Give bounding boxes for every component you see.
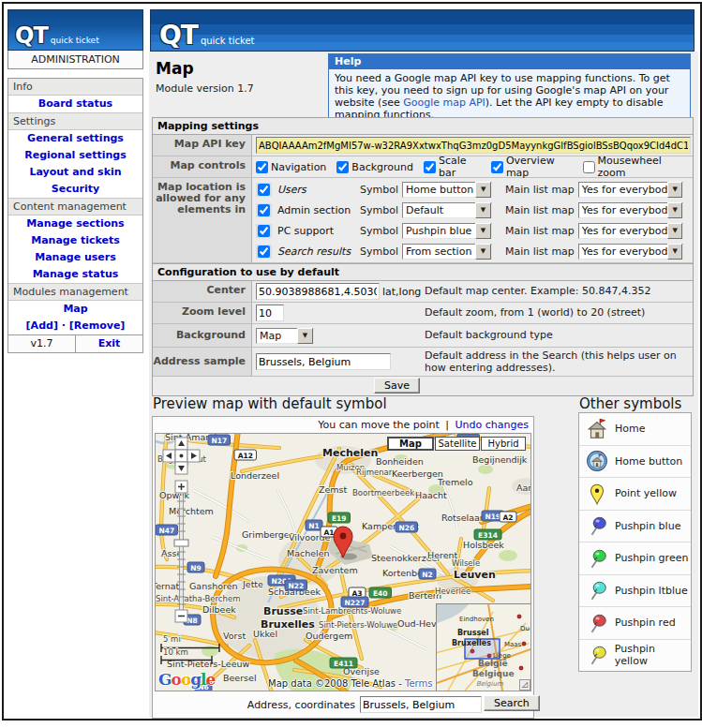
chevron-down-icon[interactable]: ▼ bbox=[475, 202, 491, 218]
api-key-input[interactable] bbox=[256, 137, 691, 154]
map-type-button-satellite[interactable]: Satellite bbox=[435, 437, 480, 451]
checkbox[interactable] bbox=[258, 245, 270, 258]
map-control-background[interactable]: Background bbox=[336, 161, 413, 173]
chevron-down-icon[interactable]: ▼ bbox=[667, 223, 682, 239]
selected-value: Yes for everybody bbox=[579, 204, 667, 216]
page-header: Map Module version 1.7 Help You need a G… bbox=[150, 52, 695, 115]
overview-label: Brussel bbox=[457, 629, 489, 637]
sidebar-item-layout-and-skin[interactable]: Layout and skin bbox=[8, 164, 142, 181]
sidebar-item-board-status[interactable]: Board status bbox=[8, 96, 142, 112]
map-place-label: Begijnendijk bbox=[472, 454, 528, 465]
map-control-overview-map[interactable]: Overview map bbox=[491, 155, 573, 179]
checkbox[interactable] bbox=[258, 204, 270, 216]
selected-value: Yes for everybody bbox=[579, 225, 667, 237]
symbol-row-pushpin-green[interactable]: Pushpin green bbox=[579, 542, 691, 575]
overview-map[interactable]: EindhovenDuBrusselBruxellesMaasLiègeBelg… bbox=[436, 603, 530, 691]
road-shield-e411: E411 bbox=[330, 658, 357, 668]
sidebar-item-security[interactable]: Security bbox=[8, 181, 142, 198]
location-row-pc-support: PC supportSymbolPushpin blue▼Main list m… bbox=[256, 220, 693, 241]
main-list-select-pc-support[interactable]: Yes for everybody▼ bbox=[578, 223, 683, 239]
sidebar-item-map[interactable]: Map bbox=[8, 301, 142, 318]
chevron-down-icon[interactable]: ▼ bbox=[475, 244, 491, 260]
chevron-down-icon[interactable]: ▼ bbox=[667, 202, 682, 218]
symbol-row-pushpin-red[interactable]: Pushpin red bbox=[579, 607, 691, 640]
symbol-row-home-button[interactable]: Home button bbox=[579, 446, 691, 479]
location-row-admin-section: Admin sectionSymbolDefault▼Main list map… bbox=[256, 200, 693, 220]
zoom-slider-handle[interactable] bbox=[174, 540, 188, 546]
scale-miles-label: 5 mi bbox=[163, 634, 181, 644]
undo-changes-link[interactable]: Undo changes bbox=[456, 419, 529, 431]
zoom-hint: Default zoom, from 1 (world) to 20 (stre… bbox=[425, 306, 687, 319]
main-list-select-users[interactable]: Yes for everybody▼ bbox=[578, 182, 683, 198]
location-name: Users bbox=[277, 184, 360, 196]
chevron-down-icon[interactable]: ▼ bbox=[667, 182, 682, 198]
symbol-row-pushpin-yellow[interactable]: Pushpin yellow bbox=[579, 640, 691, 672]
logo-subtitle: quick ticket bbox=[201, 36, 255, 46]
sidebar-item-manage-sections[interactable]: Manage sections bbox=[8, 215, 142, 232]
zoom-level-input[interactable] bbox=[256, 305, 284, 321]
administration-button[interactable]: ADMINISTRATION bbox=[7, 51, 143, 69]
sidebar-item-manage-users[interactable]: Manage users bbox=[8, 249, 142, 266]
map-canvas[interactable]: Sint-AmandsBuggenhoutMechelenMuizenBonhe… bbox=[155, 433, 531, 691]
map-type-button-hybrid[interactable]: Hybrid bbox=[481, 437, 526, 451]
logo-subtitle: quick ticket bbox=[51, 36, 99, 45]
checkbox[interactable] bbox=[256, 161, 268, 173]
svg-text:N9: N9 bbox=[190, 564, 202, 572]
sidebar-item-manage-status[interactable]: Manage status bbox=[8, 266, 142, 283]
map-control-mousewheel-zoom[interactable]: Mousewheel zoom bbox=[583, 155, 682, 179]
search-button[interactable]: Search bbox=[484, 695, 540, 711]
api-key-label: Map API key bbox=[153, 135, 252, 156]
pushpin-red-icon bbox=[579, 612, 615, 634]
symbol-select-pc-support[interactable]: Pushpin blue▼ bbox=[402, 223, 492, 239]
save-button[interactable]: Save bbox=[374, 378, 420, 394]
main-list-select-admin-section[interactable]: Yes for everybody▼ bbox=[578, 202, 683, 218]
checkbox[interactable] bbox=[583, 161, 595, 173]
settings-form: Mapping settings Map API key Map control… bbox=[152, 117, 694, 396]
main-list-select-search-results[interactable]: Yes for everybody▼ bbox=[578, 244, 683, 260]
checkbox[interactable] bbox=[258, 184, 270, 196]
symbol-select-search-results[interactable]: From section▼ bbox=[402, 244, 492, 260]
location-row-users: UsersSymbolHome button▼Main list mapYes … bbox=[256, 179, 693, 200]
selected-value: Yes for everybody bbox=[579, 245, 667, 258]
map-location-row: Map location is allowed for any elements… bbox=[153, 178, 693, 263]
address-coordinates-input[interactable] bbox=[360, 696, 482, 713]
chevron-down-icon[interactable]: ▼ bbox=[475, 182, 491, 198]
sidebar-item-regional-settings[interactable]: Regional settings bbox=[8, 147, 142, 164]
exit-link[interactable]: Exit bbox=[75, 335, 142, 352]
overview-label: Du bbox=[520, 625, 530, 632]
road-shield-n22: N22 bbox=[285, 580, 307, 590]
checkbox[interactable] bbox=[258, 225, 270, 237]
overview-map-image: EindhovenDuBrusselBruxellesMaasLiègeBelg… bbox=[437, 604, 530, 691]
map-control-navigation[interactable]: Navigation bbox=[256, 161, 326, 173]
sidebar-item-general-settings[interactable]: General settings bbox=[8, 130, 142, 147]
map-place-label: Aarschot bbox=[516, 483, 530, 493]
symbol-row-pushpin-blue[interactable]: Pushpin blue bbox=[579, 511, 691, 543]
symbol-row-home[interactable]: Home bbox=[579, 413, 691, 446]
overview-collapse-button[interactable]: ◿ bbox=[519, 679, 530, 691]
sidebar-item-manage-tickets[interactable]: Manage tickets bbox=[8, 232, 142, 249]
symbol-select-users[interactable]: Home button▼ bbox=[402, 182, 492, 198]
symbol-label: Symbol bbox=[360, 204, 398, 216]
checkbox[interactable] bbox=[491, 161, 503, 173]
symbol-row-point-yellow[interactable]: Point yellow bbox=[579, 478, 691, 511]
google-map-api-link[interactable]: Google map API bbox=[403, 97, 485, 109]
map-place-label: Rotselaar bbox=[441, 513, 484, 523]
center-input[interactable] bbox=[256, 283, 380, 300]
sidebar-section-settings: Settings bbox=[8, 112, 142, 130]
chevron-down-icon[interactable]: ▼ bbox=[297, 328, 313, 344]
background-select[interactable]: Map▼ bbox=[256, 328, 314, 344]
location-row-search-results: Search resultsSymbolFrom section▼Main li… bbox=[256, 241, 693, 261]
chevron-down-icon[interactable]: ▼ bbox=[475, 223, 491, 239]
chevron-down-icon[interactable]: ▼ bbox=[667, 244, 682, 260]
map-control-scale-bar[interactable]: Scale bar bbox=[424, 155, 481, 179]
symbol-row-pushpin-ltblue[interactable]: Pushpin ltblue bbox=[579, 575, 691, 608]
address-sample-input[interactable] bbox=[256, 353, 391, 370]
map-type-button-map[interactable]: Map bbox=[387, 437, 434, 451]
symbol-select-admin-section[interactable]: Default▼ bbox=[402, 202, 492, 218]
symbol-label: Pushpin yellow bbox=[615, 643, 691, 667]
map-type-buttons: MapSatelliteHybrid bbox=[386, 437, 526, 451]
sidebar-item-add-remove[interactable]: [Add] · [Remove] bbox=[8, 318, 142, 334]
checkbox[interactable] bbox=[336, 161, 349, 173]
checkbox[interactable] bbox=[424, 161, 436, 173]
road-shield-n1: N1 bbox=[306, 520, 322, 530]
